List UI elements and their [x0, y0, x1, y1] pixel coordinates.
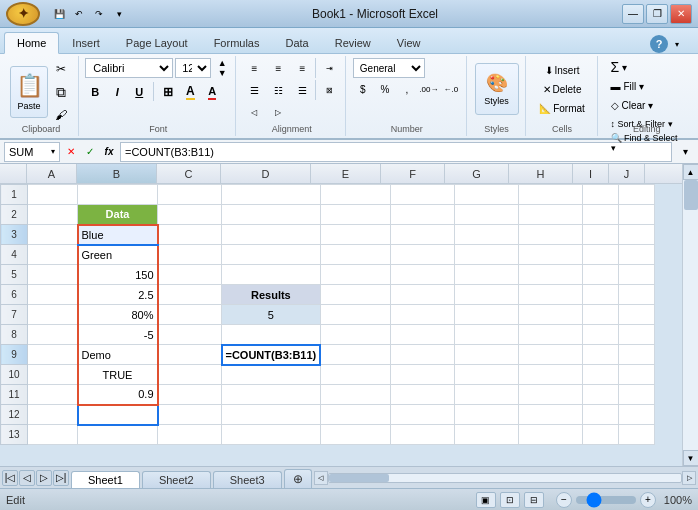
align-top-center[interactable]: ≡: [267, 58, 289, 78]
cell-b1[interactable]: [78, 185, 158, 205]
tab-formulas[interactable]: Formulas: [201, 32, 273, 53]
styles-button[interactable]: 🎨 Styles: [475, 63, 519, 115]
cell-g5[interactable]: [454, 265, 518, 285]
format-painter-button[interactable]: 🖌: [50, 104, 72, 126]
cell-e9[interactable]: [320, 345, 390, 365]
cell-b9[interactable]: Demo: [78, 345, 158, 365]
wrap-text[interactable]: ⇥: [318, 58, 340, 78]
col-header-b[interactable]: B: [77, 164, 157, 183]
cell-h8[interactable]: [518, 325, 582, 345]
cell-c5[interactable]: [158, 265, 222, 285]
scroll-thumb[interactable]: [684, 180, 698, 210]
cell-j7[interactable]: [618, 305, 654, 325]
h-scroll-track[interactable]: [328, 473, 682, 483]
cell-j8[interactable]: [618, 325, 654, 345]
cell-i11[interactable]: [582, 385, 618, 405]
font-color-button[interactable]: A: [202, 82, 222, 101]
cell-a2[interactable]: [28, 205, 78, 225]
cell-d1[interactable]: [222, 185, 321, 205]
cell-b6[interactable]: 2.5: [78, 285, 158, 305]
cell-j11[interactable]: [618, 385, 654, 405]
cell-f5[interactable]: [390, 265, 454, 285]
office-button[interactable]: ✦: [6, 2, 40, 26]
cell-a10[interactable]: [28, 365, 78, 385]
decrease-decimal[interactable]: ←.0: [441, 80, 461, 98]
scroll-right-arrow[interactable]: ▷: [682, 471, 696, 485]
cell-e13[interactable]: [320, 425, 390, 445]
cell-g8[interactable]: [454, 325, 518, 345]
format-button[interactable]: 📐 Format: [534, 99, 590, 117]
cell-b8[interactable]: -5: [78, 325, 158, 345]
cell-b10[interactable]: TRUE: [78, 365, 158, 385]
insert-button[interactable]: ⬇ Insert: [534, 61, 590, 79]
cell-g6[interactable]: [454, 285, 518, 305]
restore-button[interactable]: ❐: [646, 4, 668, 24]
cell-d9[interactable]: =COUNT(B3:B11): [222, 345, 321, 365]
cell-f3[interactable]: [390, 225, 454, 245]
cell-d3[interactable]: [222, 225, 321, 245]
sheet-tab-2[interactable]: Sheet2: [142, 471, 211, 488]
cell-e2[interactable]: [320, 205, 390, 225]
cell-f4[interactable]: [390, 245, 454, 265]
cell-g2[interactable]: [454, 205, 518, 225]
normal-view-button[interactable]: ▣: [476, 492, 496, 508]
align-center[interactable]: ☷: [267, 80, 289, 100]
cell-e3[interactable]: [320, 225, 390, 245]
cell-d2[interactable]: [222, 205, 321, 225]
formula-input[interactable]: [120, 142, 672, 162]
align-left[interactable]: ☰: [243, 80, 265, 100]
cell-e10[interactable]: [320, 365, 390, 385]
cell-j1[interactable]: [618, 185, 654, 205]
cell-f2[interactable]: [390, 205, 454, 225]
cell-i1[interactable]: [582, 185, 618, 205]
zoom-out-button[interactable]: −: [556, 492, 572, 508]
tab-insert[interactable]: Insert: [59, 32, 113, 53]
cell-f11[interactable]: [390, 385, 454, 405]
accounting-format[interactable]: $: [353, 80, 373, 98]
tab-home[interactable]: Home: [4, 32, 59, 54]
cell-f6[interactable]: [390, 285, 454, 305]
cell-i7[interactable]: [582, 305, 618, 325]
cell-b12[interactable]: [78, 405, 158, 425]
clear-button[interactable]: ◇ Clear ▾: [606, 96, 688, 114]
cell-h9[interactable]: [518, 345, 582, 365]
find-select-button[interactable]: 🔍 Find & Select ▾: [606, 134, 688, 152]
page-layout-view-button[interactable]: ⊡: [500, 492, 520, 508]
italic-button[interactable]: I: [107, 82, 127, 101]
cell-g10[interactable]: [454, 365, 518, 385]
cell-j3[interactable]: [618, 225, 654, 245]
underline-button[interactable]: U: [129, 82, 149, 101]
cell-b4[interactable]: Green: [78, 245, 158, 265]
cell-j9[interactable]: [618, 345, 654, 365]
cell-h11[interactable]: [518, 385, 582, 405]
bold-button[interactable]: B: [85, 82, 105, 101]
scroll-down-arrow[interactable]: ▼: [683, 450, 699, 466]
font-size-decrease[interactable]: ▼: [213, 68, 231, 78]
cell-e11[interactable]: [320, 385, 390, 405]
tab-page-layout[interactable]: Page Layout: [113, 32, 201, 53]
cell-e6[interactable]: [320, 285, 390, 305]
cell-e8[interactable]: [320, 325, 390, 345]
col-header-e[interactable]: E: [311, 164, 381, 183]
cell-a13[interactable]: [28, 425, 78, 445]
close-button[interactable]: ✕: [670, 4, 692, 24]
tab-data[interactable]: Data: [272, 32, 321, 53]
cell-d6[interactable]: Results: [222, 285, 321, 305]
fill-button[interactable]: ▬ Fill ▾: [606, 77, 688, 95]
align-right[interactable]: ☰: [291, 80, 313, 100]
sheet-tab-3[interactable]: Sheet3: [213, 471, 282, 488]
align-top-left[interactable]: ≡: [243, 58, 265, 78]
cell-j2[interactable]: [618, 205, 654, 225]
tab-prev-button[interactable]: ◁: [19, 470, 35, 486]
cell-g7[interactable]: [454, 305, 518, 325]
cell-i4[interactable]: [582, 245, 618, 265]
cell-j4[interactable]: [618, 245, 654, 265]
new-sheet-button[interactable]: ⊕: [284, 469, 312, 488]
cell-j13[interactable]: [618, 425, 654, 445]
col-header-i[interactable]: I: [573, 164, 609, 183]
cell-a11[interactable]: [28, 385, 78, 405]
cell-f12[interactable]: [390, 405, 454, 425]
cell-e1[interactable]: [320, 185, 390, 205]
paste-button[interactable]: 📋 Paste: [10, 66, 48, 118]
cell-i3[interactable]: [582, 225, 618, 245]
